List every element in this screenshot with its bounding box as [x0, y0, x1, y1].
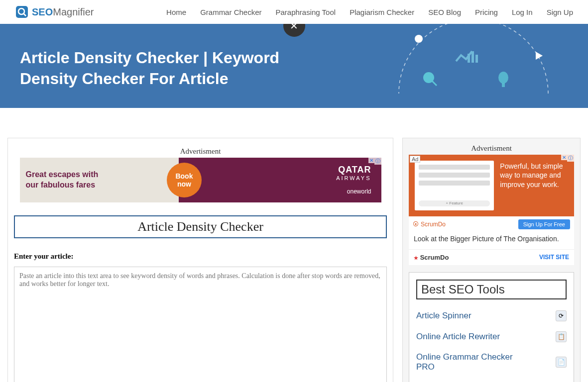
- tools-title: Best SEO Tools: [421, 283, 505, 296]
- tool-link-rewriter[interactable]: Online Article Rewriter: [416, 332, 500, 342]
- nav-home[interactable]: Home: [166, 8, 186, 16]
- header: SEOMagnifier Home Grammar Checker Paraph…: [0, 0, 588, 24]
- ad-banner-top[interactable]: ✕ ⓘ Great escapes with our fabulous fare…: [20, 158, 381, 202]
- svg-line-6: [432, 81, 437, 86]
- tool-item: Online Grammar Checker PRO 📄: [416, 347, 567, 377]
- ad-side-image: Ad ✕ ⓘ + Feature Powerful, but simple wa…: [409, 155, 574, 216]
- svg-rect-7: [468, 54, 470, 63]
- nav-signup[interactable]: Sign Up: [547, 8, 573, 16]
- ad-badge: Ad: [410, 156, 420, 163]
- close-icon: ✕: [290, 24, 298, 32]
- logo-text-seo: SEO: [32, 6, 53, 18]
- ad-side-desc: Look at the Bigger Picture of The Organi…: [409, 232, 574, 249]
- hero-banner: ✕ Article Density Checker | Keyword Dens…: [0, 24, 588, 108]
- ad-mock-ui: + Feature: [415, 161, 494, 210]
- logo-text-mag: Magnifier: [53, 6, 94, 18]
- ad-side-text: Powerful, but simple way to manage and i…: [500, 155, 574, 216]
- nav-paraphrase[interactable]: Paraphrasing Tool: [275, 8, 336, 16]
- tool-link-grammar[interactable]: Online Grammar Checker PRO: [416, 352, 526, 372]
- ad-book-badge: Book now: [167, 163, 202, 197]
- content: Advertisment ✕ ⓘ Great escapes with our …: [0, 108, 588, 382]
- ad-close-icon[interactable]: ✕: [368, 158, 374, 163]
- grammar-icon: 📄: [556, 357, 567, 368]
- main-column: Advertisment ✕ ⓘ Great escapes with our …: [7, 138, 393, 382]
- sidebar: Advertisment Ad ✕ ⓘ + Feature Powerful, …: [402, 138, 581, 382]
- logo-icon: [15, 5, 29, 19]
- tool-item: Article Spinner ⟳: [416, 305, 567, 326]
- svg-point-10: [498, 72, 508, 84]
- ad-signup-button[interactable]: Sign Up For Free: [518, 219, 570, 229]
- tools-box: Best SEO Tools Article Spinner ⟳ Online …: [409, 272, 574, 382]
- ad-side-footer: ★ ScrumDo VISIT SITE: [409, 249, 574, 265]
- ad-side-info-icon[interactable]: ⓘ: [567, 155, 574, 162]
- nav-login[interactable]: Log In: [512, 8, 533, 16]
- nav-grammar[interactable]: Grammar Checker: [200, 8, 261, 16]
- tool-link-spinner[interactable]: Article Spinner: [416, 311, 471, 321]
- ad-info-icon[interactable]: ⓘ: [374, 158, 381, 165]
- ad-visit-link[interactable]: VISIT SITE: [539, 254, 569, 261]
- ad-feature-pill: + Feature: [419, 200, 490, 206]
- svg-rect-0: [16, 6, 28, 18]
- ad-side-brand: ⦿ ScrumDo: [413, 221, 446, 228]
- svg-point-4: [415, 35, 423, 43]
- svg-rect-9: [475, 55, 478, 63]
- svg-rect-8: [471, 51, 474, 63]
- tools-title-box: Best SEO Tools: [416, 280, 567, 299]
- tool-item: Online Article Rewriter 📋: [416, 326, 567, 347]
- page-title: Article Density Checker | Keyword Densit…: [20, 48, 319, 89]
- nav-blog[interactable]: SEO Blog: [428, 8, 461, 16]
- ad-label-side: Advertisment: [409, 144, 574, 153]
- input-label: Enter your article:: [14, 252, 387, 261]
- tool-title-box: Article Density Checker: [14, 215, 387, 238]
- close-button[interactable]: ✕: [283, 24, 305, 37]
- logo[interactable]: SEOMagnifier: [15, 5, 94, 19]
- rewriter-icon: 📋: [556, 331, 567, 342]
- nav-pricing[interactable]: Pricing: [475, 8, 498, 16]
- svg-rect-11: [502, 83, 505, 87]
- article-input[interactable]: [14, 267, 387, 382]
- ad-side-row: ⦿ ScrumDo Sign Up For Free: [409, 216, 574, 232]
- main-nav: Home Grammar Checker Paraphrasing Tool P…: [166, 8, 573, 16]
- nav-plagiarism[interactable]: Plagiarism Checker: [350, 8, 414, 16]
- ad-brand: QATAR AIRWAYS oneworld: [336, 165, 371, 195]
- spinner-icon: ⟳: [556, 310, 567, 321]
- ad-side-brand2: ★ ScrumDo: [414, 254, 449, 261]
- ad-label-top: Advertisment: [14, 147, 387, 156]
- ad-headline: Great escapes with our fabulous fares: [20, 170, 105, 191]
- hero-graphic: [389, 24, 588, 94]
- ad-side-close-icon[interactable]: ✕: [561, 155, 567, 160]
- ad-side[interactable]: Ad ✕ ⓘ + Feature Powerful, but simple wa…: [409, 155, 574, 265]
- tool-title: Article Density Checker: [137, 219, 263, 234]
